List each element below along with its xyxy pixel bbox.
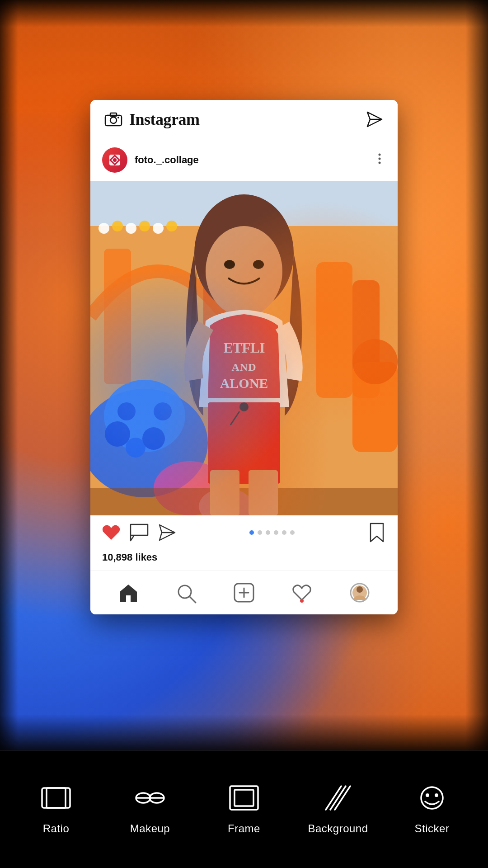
- dot-3: [266, 530, 270, 535]
- camera-icon: [104, 110, 123, 129]
- comment-icon[interactable]: [130, 524, 148, 542]
- post-image-overlay: [90, 181, 398, 515]
- dark-border-bottom: [0, 714, 488, 750]
- sticker-label: Sticker: [415, 822, 450, 835]
- more-options-icon[interactable]: [373, 152, 386, 168]
- share-icon[interactable]: [158, 524, 176, 542]
- instagram-title: Instagram: [129, 110, 200, 129]
- post-image: ETFLI AND ALONE: [90, 181, 398, 515]
- ratio-icon: [38, 780, 74, 816]
- dot-5: [282, 530, 286, 535]
- bookmark-icon[interactable]: [368, 524, 386, 542]
- notification-dot: [300, 599, 304, 603]
- tool-frame[interactable]: Frame: [208, 780, 280, 835]
- tool-background[interactable]: Background: [302, 780, 374, 835]
- ig-action-left: [102, 524, 176, 542]
- send-icon[interactable]: [365, 110, 384, 129]
- svg-line-50: [189, 596, 196, 603]
- canvas-area: Instagram foto._.collage: [0, 0, 488, 750]
- frame-icon: [226, 780, 262, 816]
- nav-heart[interactable]: [288, 579, 315, 606]
- makeup-icon: [132, 780, 168, 816]
- nav-add[interactable]: [230, 579, 258, 606]
- ig-username: foto._.collage: [135, 154, 199, 166]
- dark-border-left: [0, 0, 18, 750]
- svg-point-8: [379, 153, 381, 156]
- svg-rect-58: [47, 788, 66, 808]
- svg-point-7: [113, 158, 117, 162]
- ig-action-bar: [90, 515, 398, 550]
- carousel-dots: [249, 530, 295, 535]
- background-label: Background: [308, 822, 368, 835]
- ig-header: Instagram: [90, 100, 398, 139]
- svg-point-9: [379, 157, 381, 160]
- ig-profile-left[interactable]: foto._.collage: [102, 147, 199, 173]
- tool-ratio[interactable]: Ratio: [20, 780, 92, 835]
- avatar: [102, 147, 127, 173]
- dot-1: [249, 530, 254, 535]
- svg-point-68: [421, 787, 443, 809]
- ratio-label: Ratio: [43, 822, 70, 835]
- ig-header-left: Instagram: [104, 110, 200, 129]
- svg-point-1: [110, 117, 117, 123]
- background-icon: [320, 780, 356, 816]
- dot-4: [274, 530, 278, 535]
- dot-2: [258, 530, 262, 535]
- tool-sticker[interactable]: Sticker: [396, 780, 468, 835]
- nav-profile[interactable]: [346, 579, 373, 606]
- svg-point-10: [379, 161, 381, 164]
- bottom-toolbar: Ratio Makeup Frame: [0, 750, 488, 868]
- svg-point-3: [117, 117, 119, 118]
- heart-icon[interactable]: [102, 524, 120, 542]
- likes-count: 10,898 likes: [102, 552, 157, 563]
- makeup-label: Makeup: [130, 822, 170, 835]
- ig-profile-row: foto._.collage: [90, 139, 398, 181]
- instagram-frame: Instagram foto._.collage: [90, 100, 398, 614]
- dark-border-top: [0, 0, 488, 27]
- svg-point-69: [426, 793, 429, 797]
- svg-point-70: [435, 793, 438, 797]
- nav-home[interactable]: [115, 579, 142, 606]
- dot-6: [290, 530, 295, 535]
- svg-rect-64: [235, 790, 253, 806]
- nav-search[interactable]: [173, 579, 200, 606]
- sticker-icon: [414, 780, 450, 816]
- frame-label: Frame: [228, 822, 260, 835]
- ig-bottom-nav: [90, 571, 398, 614]
- svg-point-56: [357, 586, 363, 593]
- ig-likes-row: 10,898 likes: [90, 550, 398, 571]
- tool-makeup[interactable]: Makeup: [114, 780, 186, 835]
- dark-border-right: [465, 0, 488, 750]
- svg-rect-2: [110, 113, 117, 116]
